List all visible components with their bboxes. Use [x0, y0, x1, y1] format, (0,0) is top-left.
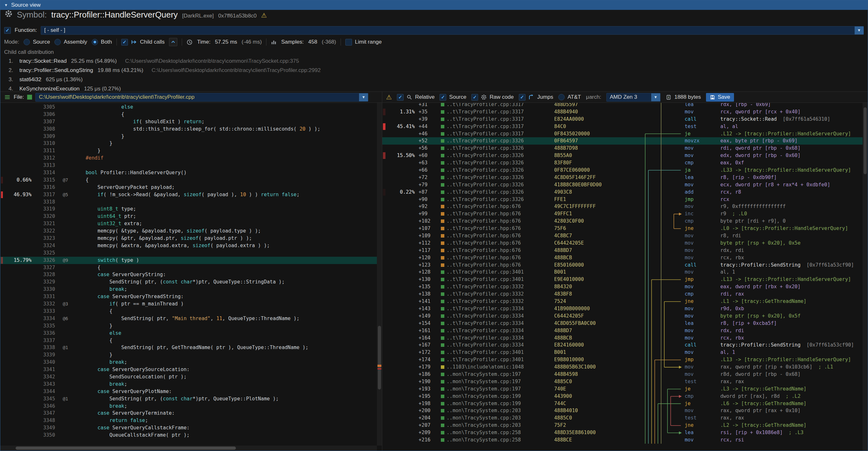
source-line[interactable]: 3344 case ServerQueryPlotName: [0, 388, 377, 395]
source-line[interactable]: 3343 break; [0, 381, 377, 388]
source-line[interactable]: 3330 break; [0, 286, 377, 293]
jumps-toggle[interactable]: ✓ Jumps [519, 94, 553, 101]
asm-row[interactable]: +99..t\TracyProfiler.hpp:67649FFC1incr9 … [382, 210, 863, 217]
radio-both[interactable]: Both [92, 39, 112, 45]
asm-row[interactable]: 45.41%+44..t\TracyProfiler.cpp:331784C0t… [382, 123, 863, 130]
source-line[interactable]: 3322 memcpy( &type, &payload.type, sizeo… [0, 228, 377, 235]
asm-row[interactable]: +66..t\TracyProfiler.cpp:33260F87CE06000… [382, 167, 863, 174]
asm-row[interactable]: +207..mon\TracySystem.cpp:20375F2jne.L2 … [382, 422, 863, 429]
source-line[interactable]: 3347 case ServerQueryTerminate: [0, 410, 377, 417]
asm-row[interactable]: +128..t\TracyProfiler.cpp:3401B001moval,… [382, 269, 863, 276]
asm-row[interactable]: +90..t\TracyProfiler.cpp:3326FFE1jmprcx [382, 196, 863, 203]
source-line[interactable]: 3320 uint64_t ptr; [0, 213, 377, 220]
att-radio[interactable] [558, 94, 565, 100]
source-line[interactable]: 3332@3 if( ptr == m_mainThread ) [0, 300, 377, 308]
asm-row[interactable]: +130..t\TracyProfiler.cpp:3401E9E4010000… [382, 276, 863, 283]
source-line[interactable]: 3306 { [0, 111, 377, 118]
function-combo[interactable]: [ - self - ] ▼ [41, 26, 864, 35]
source-line[interactable]: 3350 QueueCallstackFrame( ptr ); [0, 431, 377, 439]
asm-row[interactable]: +164..t\TracyProfiler.cpp:3334488BCBmovr… [382, 334, 863, 342]
source-line[interactable]: 3348 return false; [0, 417, 377, 424]
uarch-combo[interactable]: AMD Zen 3 ▼ [607, 93, 660, 101]
child-call-entry[interactable]: 4.KeSynchronizeExecution125 μs (0.27%) [0, 84, 868, 91]
source-line[interactable]: 3345@1 SendString( ptr, (const char*)ptr… [0, 395, 377, 402]
source-line[interactable]: 3334@6 SendString( ptr, "Main thread", 1… [0, 315, 377, 322]
file-combo[interactable]: C:\Users\wolf\Desktop\darkrl\contrib\tra… [35, 93, 368, 101]
function-checkbox[interactable]: ✓ [4, 27, 11, 34]
source-line[interactable]: 3336 else [0, 330, 377, 337]
titlebar[interactable]: ▼ Source view [0, 0, 868, 10]
child-calls-checkbox[interactable]: ✓ [121, 39, 128, 46]
source-line[interactable]: 3341 case ServerQuerySourceLocation: [0, 366, 377, 373]
asm-row[interactable]: +149..t\TracyProfiler.cpp:3334C64424205F… [382, 312, 863, 320]
source-line[interactable]: 3333 { [0, 308, 377, 315]
source-line[interactable]: 3325 [0, 249, 377, 257]
asm-row[interactable]: +46..t\TracyProfiler.cpp:33170F843502000… [382, 130, 863, 138]
source-line[interactable]: 3346 break; [0, 402, 377, 410]
asm-row[interactable]: +92..t\TracyProfiler.hpp:67649C7C1FFFFFF… [382, 203, 863, 210]
source-line[interactable]: 3342 SendSourceLocation( ptr ); [0, 373, 377, 381]
source-line[interactable]: 3349 case ServerQueryCallstackFrame: [0, 424, 377, 431]
radio-source-circle[interactable] [24, 39, 30, 45]
att-toggle[interactable]: AT&T [558, 94, 581, 100]
source-line[interactable]: 3312#endif [0, 154, 377, 162]
asm-row[interactable]: +167..t\TracyProfiler.cpp:3334E824160000… [382, 341, 863, 349]
child-calls-toggle[interactable]: ✓ Child calls [121, 39, 164, 46]
source-line[interactable]: 0.66%3315@7{ [0, 176, 377, 184]
collapse-icon[interactable]: ▼ [4, 3, 8, 7]
limit-range-toggle[interactable]: Limit range [345, 39, 382, 46]
radio-assembly-circle[interactable] [55, 39, 61, 45]
source-line[interactable]: 3309 } [0, 133, 377, 140]
asm-row[interactable]: +190..mon\TracySystem.cpp:1974885C0testr… [382, 378, 863, 385]
child-call-entry[interactable]: 3.stat64i32625 μs (1.36%) [0, 75, 868, 84]
asm-row[interactable]: +172..t\TracyProfiler.cpp:3401B001moval,… [382, 349, 863, 356]
asm-row[interactable]: +56..t\TracyProfiler.cpp:3326488B7D98mov… [382, 145, 863, 152]
asm-row[interactable]: 15.50%+60..t\TracyProfiler.cpp:33268B55A… [382, 152, 863, 159]
asm-row[interactable]: +143..t\TracyProfiler.cpp:333441B90B0000… [382, 305, 863, 312]
asm-row[interactable]: +138..t\TracyProfiler.cpp:3332483BF8cmpr… [382, 291, 863, 298]
save-button[interactable]: Save [706, 93, 734, 101]
asm-row[interactable]: +117..t\TracyProfiler.hpp:676488BD7movrd… [382, 247, 863, 254]
asm-row[interactable]: +216..mon\TracySystem.cpp:258488BCEmovrc… [382, 437, 863, 444]
radio-source[interactable]: Source [24, 39, 50, 45]
asm-row[interactable]: +72..t\TracyProfiler.cpp:33264C8D05F146F… [382, 174, 863, 181]
source-line[interactable]: 3338@1 SendString( ptr, GetThreadName( p… [0, 344, 377, 351]
asm-row[interactable]: 0.22%+87..t\TracyProfiler.cpp:33264903C8… [382, 188, 863, 196]
source-line[interactable]: 3324 memcpy( &extra, &payload.extra, siz… [0, 242, 377, 249]
source-line[interactable]: 3311 } [0, 147, 377, 154]
child-call-entry[interactable]: 2.tracy::Profiler::SendLongString19.88 m… [0, 66, 868, 75]
source-vertical-scrollbar[interactable] [377, 103, 382, 446]
source-line[interactable]: 3329 SendString( ptr, (const char*)ptr, … [0, 278, 377, 286]
source-line[interactable]: 3313 [0, 162, 377, 169]
asm-vertical-scrollbar[interactable] [863, 103, 868, 451]
scrollbar-thumb[interactable] [378, 326, 381, 390]
asm-row[interactable]: +63..t\TracyProfiler.cpp:332683F80Fcmpea… [382, 159, 863, 167]
asm-row[interactable]: +107..t\TracyProfiler.hpp:67675F6jne.L0 … [382, 225, 863, 232]
asm-row[interactable]: +112..t\TracyProfiler.hpp:676C64424205Em… [382, 240, 863, 247]
asm-row[interactable]: +154..t\TracyProfiler.cpp:33344C8D055FBA… [382, 320, 863, 327]
scrollbar-thumb[interactable] [16, 447, 236, 450]
source-line[interactable]: 3307 if( shouldExit ) return; [0, 118, 377, 125]
source-line[interactable]: 3314bool Profiler::HandleServerQuery() [0, 169, 377, 176]
asm-row[interactable]: +209..mon\TracySystem.cpp:258488D35E8861… [382, 429, 863, 437]
asm-row[interactable]: +39..t\TracyProfiler.cpp:3317E824AA0000c… [382, 116, 863, 123]
source-line[interactable]: 3323 memcpy( &ptr, &payload.ptr, sizeof(… [0, 235, 377, 242]
chevron-down-icon[interactable]: ▼ [651, 93, 660, 101]
asm-row[interactable]: +109..t\TracyProfiler.hpp:6764C8BC7movr8… [382, 232, 863, 240]
source-line[interactable]: 3327 { [0, 264, 377, 271]
source-line[interactable]: 46.93%3317@5 if( !m_sock->Read( &payload… [0, 191, 377, 199]
source-line[interactable]: 3319 uint8_t type; [0, 205, 377, 213]
radio-assembly[interactable]: Assembly [55, 39, 87, 45]
expand-button[interactable] [169, 38, 177, 46]
source-line[interactable]: 3328 case ServerQueryString: [0, 271, 377, 278]
jumps-checkbox[interactable]: ✓ [519, 94, 526, 101]
asm-row[interactable]: +198..mon\TracySystem.cpp:199744Cje.L6 -… [382, 400, 863, 408]
asm-row[interactable]: +174..t\TracyProfiler.cpp:3401E9B8010000… [382, 356, 863, 363]
asm-row[interactable]: +193..mon\TracySystem.cpp:197740Eje.L3 -… [382, 385, 863, 393]
scrollbar-thumb[interactable] [864, 107, 867, 174]
source-line[interactable]: 3321 uint32_t extra; [0, 220, 377, 228]
asm-row[interactable]: +179..1103\include\atomic:1048488B05B63C… [382, 363, 863, 371]
raw-code-checkbox[interactable]: ✓ [471, 94, 478, 101]
asm-row[interactable]: +186..mon\TracySystem.cpp:197448B4598mov… [382, 371, 863, 378]
asm-row[interactable]: +123..t\TracyProfiler.hpp:676E850160000c… [382, 262, 863, 269]
